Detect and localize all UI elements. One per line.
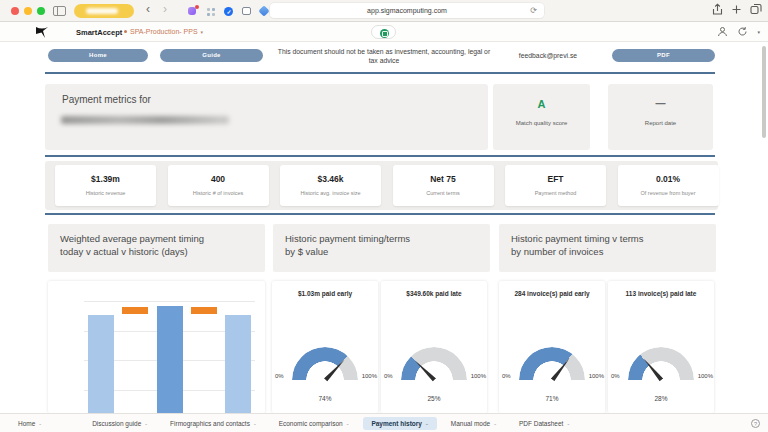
zoom-window-button[interactable] bbox=[37, 7, 45, 15]
vertical-scrollbar[interactable] bbox=[762, 46, 766, 138]
match-quality-card: A Match quality score bbox=[493, 84, 590, 150]
new-tab-icon[interactable] bbox=[731, 3, 742, 16]
gauge-arc bbox=[401, 347, 467, 380]
report-date-value: — bbox=[608, 98, 713, 109]
guide-button[interactable]: Guide bbox=[160, 49, 263, 62]
pdf-button[interactable]: PDF bbox=[612, 49, 715, 62]
extension-icon-dots[interactable] bbox=[207, 6, 217, 16]
refresh-icon[interactable] bbox=[737, 26, 748, 37]
bar-column bbox=[225, 315, 251, 413]
gauge-min-label: 0% bbox=[502, 373, 511, 379]
kpi-label: Of revenue from buyer bbox=[618, 190, 719, 196]
tab-discussion-guide[interactable]: Discussion guide⌄ bbox=[84, 417, 156, 430]
kpi-label: Historic avg. invoice size bbox=[280, 190, 381, 196]
user-icon[interactable] bbox=[717, 26, 728, 37]
smartaccept-logo[interactable] bbox=[35, 25, 49, 39]
divider bbox=[45, 72, 715, 74]
share-icon[interactable] bbox=[712, 3, 723, 16]
section-title: Weighted average payment timing today v … bbox=[48, 224, 265, 268]
section-header-timing-by-value: Historic payment timing/terms by $ value bbox=[273, 224, 490, 272]
gauge-card-paid-late-count: 113 invoice(s) paid late 0% 100% 28% bbox=[608, 281, 714, 413]
sync-status-icon bbox=[380, 29, 389, 38]
bar-column bbox=[88, 315, 114, 413]
tab-manual-mode[interactable]: Manual mode⌄ bbox=[443, 417, 505, 430]
gauge-arc bbox=[519, 347, 585, 380]
company-name-redacted bbox=[61, 116, 229, 124]
gauge-arc bbox=[628, 347, 694, 380]
tab-label: Payment history bbox=[371, 420, 422, 427]
bar-chart-plot: 80.0070.0060.0050.00 bbox=[84, 295, 255, 413]
close-window-button[interactable] bbox=[11, 7, 19, 15]
section-header-timing-by-invoices: Historic payment timing v terms by numbe… bbox=[499, 224, 716, 272]
reload-icon[interactable]: ⟳ bbox=[530, 6, 537, 15]
extension-icon-check[interactable]: ✓ bbox=[224, 6, 234, 16]
gauge-card-paid-late-value: $349.60k paid late 0% 100% 25% bbox=[381, 281, 487, 413]
chevron-down-icon: ⌄ bbox=[566, 421, 570, 426]
payment-metrics-title: Payment metrics for bbox=[62, 94, 151, 105]
brand-name: SmartAccept bbox=[76, 28, 122, 37]
kpi-value: $3.46k bbox=[280, 174, 381, 184]
workspace-breadcrumb[interactable]: SPA-Production- PPS ▾ bbox=[124, 28, 203, 35]
kpi-card-invoice-count: 400 Historic # of invoices bbox=[168, 165, 269, 206]
chevron-down-icon: ⌄ bbox=[346, 421, 350, 426]
gauge-percent-label: 74% bbox=[272, 395, 378, 402]
chevron-down-icon: ▾ bbox=[201, 29, 204, 35]
chevron-down-icon: ⌄ bbox=[38, 421, 42, 426]
kpi-label: Current terms bbox=[393, 190, 494, 196]
tab-pdf-datasheet[interactable]: PDF Datasheet⌄ bbox=[511, 417, 578, 430]
gauge-max-label: 100% bbox=[698, 373, 713, 379]
tab-label: Economic comparison bbox=[279, 420, 343, 427]
help-icon[interactable]: ? bbox=[751, 419, 760, 428]
extension-icon-diamond[interactable] bbox=[259, 6, 269, 16]
kpi-card-payment-method: EFT Payment method bbox=[505, 165, 606, 206]
kpi-value: EFT bbox=[505, 174, 606, 184]
browser-chrome: ‹ › ✓ app.sigmacomputing.com ⟳ bbox=[0, 0, 768, 22]
tab-home[interactable]: Home⌄ bbox=[10, 417, 50, 430]
gauge-title: 284 invoice(s) paid early bbox=[499, 290, 605, 297]
gauge-card-paid-early-value: $1.03m paid early 0% 100% 74% bbox=[272, 281, 378, 413]
gauge-percent-label: 71% bbox=[499, 395, 605, 402]
tab-overview-icon[interactable] bbox=[750, 3, 762, 16]
gauge-max-label: 100% bbox=[589, 373, 604, 379]
divider bbox=[45, 155, 715, 157]
dashboard-page: Home Guide This document should not be t… bbox=[0, 42, 768, 413]
disclaimer-text: This document should not be taken as inv… bbox=[274, 47, 494, 65]
tab-payment-history[interactable]: Payment history⌄ bbox=[363, 417, 436, 430]
gauge-min-label: 0% bbox=[611, 373, 620, 379]
gridline bbox=[84, 301, 255, 302]
gauge-min-label: 0% bbox=[275, 373, 284, 379]
kpi-card-avg-invoice: $3.46k Historic avg. invoice size bbox=[280, 165, 381, 206]
sidebar-toggle-icon[interactable] bbox=[53, 6, 66, 16]
bar-range-marker bbox=[122, 307, 148, 314]
extension-icon-chat[interactable] bbox=[242, 6, 252, 16]
refresh-chevron-icon[interactable]: ▾ bbox=[757, 29, 760, 35]
report-date-card: — Report date bbox=[608, 84, 713, 150]
address-bar[interactable]: app.sigmacomputing.com ⟳ bbox=[270, 3, 544, 18]
minimize-window-button[interactable] bbox=[24, 7, 32, 15]
tab-label: Manual mode bbox=[451, 420, 490, 427]
chevron-down-icon: ⌄ bbox=[253, 421, 257, 426]
chevron-down-icon: ⌄ bbox=[493, 421, 497, 426]
kpi-value: Net 75 bbox=[393, 174, 494, 184]
kpi-strip: $1.39m Historic revenue 400 Historic # o… bbox=[45, 161, 718, 210]
gauge-card-paid-early-count: 284 invoice(s) paid early 0% 100% 71% bbox=[499, 281, 605, 413]
tab-firmographics-and-contacts[interactable]: Firmographics and contacts⌄ bbox=[162, 417, 265, 430]
bar-range-marker bbox=[191, 307, 217, 314]
section-title: Historic payment timing/terms by $ value bbox=[273, 224, 490, 268]
back-button[interactable]: ‹ bbox=[146, 2, 150, 16]
kpi-value: $1.39m bbox=[55, 174, 156, 184]
url-text: app.sigmacomputing.com bbox=[270, 7, 544, 14]
kpi-card-revenue-share: 0.01% Of revenue from buyer bbox=[618, 165, 719, 206]
tab-economic-comparison[interactable]: Economic comparison⌄ bbox=[271, 417, 358, 430]
bar-column bbox=[157, 306, 183, 413]
forward-button[interactable]: › bbox=[163, 2, 167, 16]
green-status-pill[interactable] bbox=[371, 25, 396, 39]
kpi-card-historic-revenue: $1.39m Historic revenue bbox=[55, 165, 156, 206]
kpi-label: Historic revenue bbox=[55, 190, 156, 196]
workspace-label: SPA-Production- PPS bbox=[130, 28, 198, 35]
extension-icon-purple[interactable] bbox=[188, 6, 198, 16]
kpi-label: Historic # of invoices bbox=[168, 190, 269, 196]
app-header: SmartAccept SPA-Production- PPS ▾ ▾ bbox=[0, 22, 768, 42]
blurred-profile-pill[interactable] bbox=[74, 4, 134, 18]
home-button[interactable]: Home bbox=[48, 49, 148, 62]
